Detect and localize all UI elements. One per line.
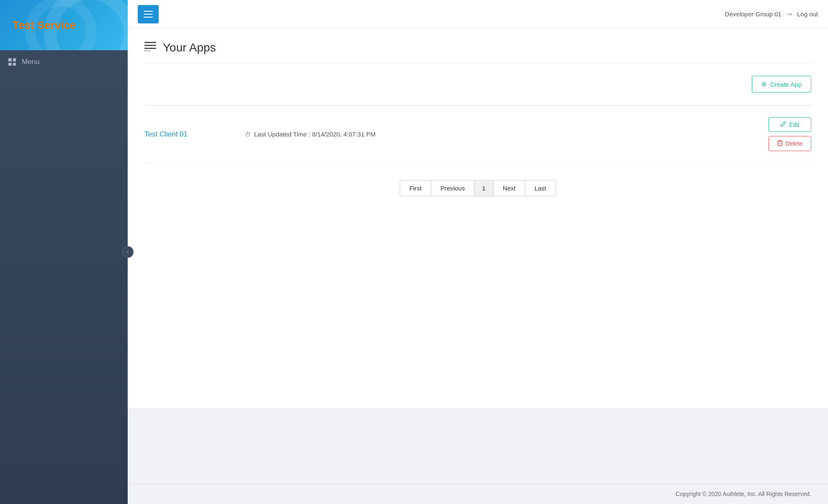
content-area: Your Apps ⊕ Create App Test Client 01 ⏱ … xyxy=(128,28,828,408)
current-page-number: 1 xyxy=(474,180,493,196)
svg-rect-1 xyxy=(144,45,156,46)
pagination: First Previous 1 Next Last xyxy=(144,180,811,196)
edit-button[interactable]: Edit xyxy=(769,117,811,132)
list-icon xyxy=(144,42,156,54)
app-last-updated: Last Updated Time : 8/14/2020, 4:07:31 P… xyxy=(254,131,375,138)
trash-icon xyxy=(777,140,783,147)
svg-rect-3 xyxy=(144,51,150,51)
logout-icon: ⇒ xyxy=(787,10,792,18)
hamburger-button[interactable] xyxy=(138,5,159,23)
logout-link[interactable]: Log out xyxy=(797,10,818,18)
sidebar-title: Test Service xyxy=(13,19,76,32)
chevron-left-icon: ‹ xyxy=(127,249,129,255)
create-app-label: Create App xyxy=(770,81,802,88)
edit-icon xyxy=(780,121,786,128)
footer-bar: Copyright © 2020 Authlete, Inc. All Righ… xyxy=(128,483,828,504)
svg-rect-4 xyxy=(778,141,782,146)
app-item: Test Client 01 ⏱ Last Updated Time : 8/1… xyxy=(144,105,811,163)
first-page-button[interactable]: First xyxy=(400,180,431,196)
app-actions: Edit xyxy=(769,117,811,151)
hamburger-line xyxy=(144,17,153,18)
sidebar-menu-label: Menu xyxy=(22,58,40,66)
developer-group-label: Developer Group 01 xyxy=(725,10,782,18)
delete-button[interactable]: Delete xyxy=(769,136,811,151)
right-panel: Developer Group 01 ⇒ Log out Your Apps xyxy=(128,0,828,504)
svg-rect-2 xyxy=(144,48,156,49)
create-app-button[interactable]: ⊕ Create App xyxy=(752,76,811,93)
copyright-text: Copyright © 2020 Authlete, Inc. All Righ… xyxy=(676,491,811,497)
sidebar-header: Test Service xyxy=(0,0,128,50)
last-page-button[interactable]: Last xyxy=(525,180,556,196)
previous-page-button[interactable]: Previous xyxy=(431,180,474,196)
app-name-link[interactable]: Test Client 01 xyxy=(144,130,237,139)
sidebar-menu-item[interactable]: Menu xyxy=(0,50,128,74)
delete-label: Delete xyxy=(786,140,802,147)
edit-label: Edit xyxy=(789,121,799,128)
clock-icon: ⏱ xyxy=(245,131,251,138)
hamburger-line xyxy=(144,14,153,15)
footer-area xyxy=(128,408,828,483)
topbar: Developer Group 01 ⇒ Log out xyxy=(128,0,828,28)
page-title: Your Apps xyxy=(163,41,216,54)
app-list: Test Client 01 ⏱ Last Updated Time : 8/1… xyxy=(144,105,811,163)
sidebar: Test Service Menu ‹ xyxy=(0,0,128,504)
next-page-button[interactable]: Next xyxy=(493,180,525,196)
grid-icon xyxy=(8,58,16,66)
app-meta: ⏱ Last Updated Time : 8/14/2020, 4:07:31… xyxy=(245,131,760,138)
sidebar-collapse-button[interactable]: ‹ xyxy=(122,246,134,258)
hamburger-line xyxy=(144,11,153,12)
create-btn-row: ⊕ Create App xyxy=(144,76,811,93)
topbar-right: Developer Group 01 ⇒ Log out xyxy=(725,10,818,18)
plus-icon: ⊕ xyxy=(761,80,767,88)
svg-rect-0 xyxy=(144,42,156,43)
page-header: Your Apps xyxy=(144,41,811,63)
